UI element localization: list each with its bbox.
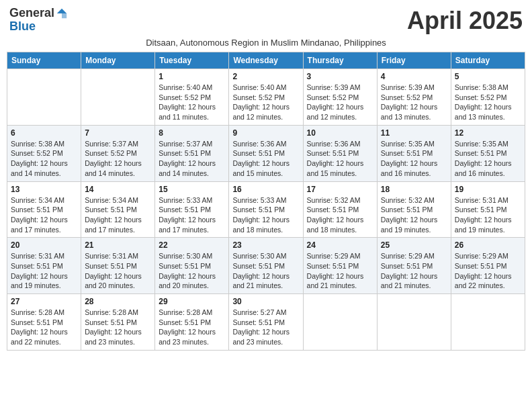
day-info: Sunrise: 5:36 AMSunset: 5:51 PMDaylight:… — [307, 139, 373, 179]
day-number: 13 — [11, 185, 77, 194]
day-number: 18 — [381, 185, 447, 194]
day-number: 17 — [307, 185, 373, 194]
calendar-week-row: 20Sunrise: 5:31 AMSunset: 5:51 PMDayligh… — [7, 238, 525, 294]
weekday-header: Saturday — [451, 52, 525, 69]
calendar-cell: 6Sunrise: 5:38 AMSunset: 5:52 PMDaylight… — [7, 125, 81, 181]
calendar-cell: 27Sunrise: 5:28 AMSunset: 5:51 PMDayligh… — [7, 294, 81, 351]
day-info: Sunrise: 5:37 AMSunset: 5:52 PMDaylight:… — [85, 139, 151, 179]
day-info: Sunrise: 5:28 AMSunset: 5:51 PMDaylight:… — [11, 308, 77, 347]
day-number: 3 — [307, 72, 373, 81]
day-info: Sunrise: 5:40 AMSunset: 5:52 PMDaylight:… — [232, 83, 299, 122]
calendar-cell: 17Sunrise: 5:32 AMSunset: 5:51 PMDayligh… — [303, 181, 377, 238]
day-number: 14 — [85, 185, 151, 194]
month-title: April 2025 — [407, 7, 523, 35]
day-info: Sunrise: 5:33 AMSunset: 5:51 PMDaylight:… — [159, 195, 225, 235]
calendar-cell: 25Sunrise: 5:29 AMSunset: 5:51 PMDayligh… — [377, 238, 451, 294]
calendar-cell: 16Sunrise: 5:33 AMSunset: 5:51 PMDayligh… — [229, 181, 303, 238]
day-info: Sunrise: 5:36 AMSunset: 5:51 PMDaylight:… — [232, 139, 299, 179]
day-info: Sunrise: 5:28 AMSunset: 5:51 PMDaylight:… — [85, 308, 151, 347]
weekday-header-row: SundayMondayTuesdayWednesdayThursdayFrid… — [7, 52, 525, 69]
calendar-cell — [377, 294, 451, 351]
day-number: 28 — [85, 297, 151, 306]
calendar-cell: 14Sunrise: 5:34 AMSunset: 5:51 PMDayligh… — [81, 181, 155, 238]
calendar-cell: 23Sunrise: 5:30 AMSunset: 5:51 PMDayligh… — [229, 238, 303, 294]
day-number: 25 — [381, 240, 447, 250]
day-number: 30 — [232, 297, 299, 306]
day-number: 12 — [455, 128, 521, 138]
day-number: 21 — [85, 240, 151, 250]
calendar-cell: 8Sunrise: 5:37 AMSunset: 5:51 PMDaylight… — [155, 125, 229, 181]
day-info: Sunrise: 5:32 AMSunset: 5:51 PMDaylight:… — [381, 195, 447, 235]
weekday-header: Tuesday — [155, 52, 229, 69]
day-number: 6 — [11, 128, 77, 138]
calendar-cell: 21Sunrise: 5:31 AMSunset: 5:51 PMDayligh… — [81, 238, 155, 294]
calendar-cell: 4Sunrise: 5:39 AMSunset: 5:52 PMDaylight… — [377, 69, 451, 126]
day-info: Sunrise: 5:29 AMSunset: 5:51 PMDaylight:… — [381, 251, 447, 291]
weekday-header: Thursday — [303, 52, 377, 69]
day-info: Sunrise: 5:31 AMSunset: 5:51 PMDaylight:… — [85, 251, 151, 291]
day-number: 16 — [232, 185, 299, 194]
calendar-cell: 18Sunrise: 5:32 AMSunset: 5:51 PMDayligh… — [377, 181, 451, 238]
weekday-header: Friday — [377, 52, 451, 69]
calendar-cell: 20Sunrise: 5:31 AMSunset: 5:51 PMDayligh… — [7, 238, 81, 294]
weekday-header: Sunday — [7, 52, 81, 69]
calendar-subtitle: Ditsaan, Autonomous Region in Muslim Min… — [7, 38, 525, 48]
logo: General Blue — [9, 7, 68, 34]
day-info: Sunrise: 5:40 AMSunset: 5:52 PMDaylight:… — [159, 83, 225, 122]
day-number: 10 — [307, 128, 373, 138]
day-number: 26 — [455, 240, 521, 250]
day-info: Sunrise: 5:35 AMSunset: 5:51 PMDaylight:… — [381, 139, 447, 179]
calendar-cell: 3Sunrise: 5:39 AMSunset: 5:52 PMDaylight… — [303, 69, 377, 126]
day-info: Sunrise: 5:35 AMSunset: 5:51 PMDaylight:… — [455, 139, 521, 179]
day-number: 9 — [232, 128, 299, 138]
calendar-cell: 12Sunrise: 5:35 AMSunset: 5:51 PMDayligh… — [451, 125, 525, 181]
calendar-cell: 30Sunrise: 5:27 AMSunset: 5:51 PMDayligh… — [229, 294, 303, 351]
day-number: 29 — [159, 297, 225, 306]
calendar-week-row: 13Sunrise: 5:34 AMSunset: 5:51 PMDayligh… — [7, 181, 525, 238]
day-number: 15 — [159, 185, 225, 194]
calendar-cell: 9Sunrise: 5:36 AMSunset: 5:51 PMDaylight… — [229, 125, 303, 181]
calendar-cell: 7Sunrise: 5:37 AMSunset: 5:52 PMDaylight… — [81, 125, 155, 181]
day-number: 22 — [159, 240, 225, 250]
calendar-cell: 22Sunrise: 5:30 AMSunset: 5:51 PMDayligh… — [155, 238, 229, 294]
day-number: 4 — [381, 72, 447, 81]
day-info: Sunrise: 5:29 AMSunset: 5:51 PMDaylight:… — [307, 251, 373, 291]
calendar-cell — [7, 69, 81, 126]
day-info: Sunrise: 5:30 AMSunset: 5:51 PMDaylight:… — [159, 251, 225, 291]
day-info: Sunrise: 5:31 AMSunset: 5:51 PMDaylight:… — [11, 251, 77, 291]
day-info: Sunrise: 5:27 AMSunset: 5:51 PMDaylight:… — [232, 308, 299, 347]
day-info: Sunrise: 5:29 AMSunset: 5:51 PMDaylight:… — [455, 251, 521, 291]
weekday-header: Monday — [81, 52, 155, 69]
calendar-table: SundayMondayTuesdayWednesdayThursdayFrid… — [7, 52, 525, 351]
day-number: 24 — [307, 240, 373, 250]
day-info: Sunrise: 5:37 AMSunset: 5:51 PMDaylight:… — [159, 139, 225, 179]
calendar-cell: 15Sunrise: 5:33 AMSunset: 5:51 PMDayligh… — [155, 181, 229, 238]
day-number: 1 — [159, 72, 225, 81]
day-number: 23 — [232, 240, 299, 250]
header: General Blue April 2025 — [7, 7, 525, 35]
day-info: Sunrise: 5:32 AMSunset: 5:51 PMDaylight:… — [307, 195, 373, 235]
calendar-cell: 13Sunrise: 5:34 AMSunset: 5:51 PMDayligh… — [7, 181, 81, 238]
day-info: Sunrise: 5:28 AMSunset: 5:51 PMDaylight:… — [159, 308, 225, 347]
day-info: Sunrise: 5:39 AMSunset: 5:52 PMDaylight:… — [381, 83, 447, 122]
day-number: 2 — [232, 72, 299, 81]
day-number: 5 — [455, 72, 521, 81]
logo-icon — [56, 7, 68, 19]
calendar-cell: 29Sunrise: 5:28 AMSunset: 5:51 PMDayligh… — [155, 294, 229, 351]
day-info: Sunrise: 5:34 AMSunset: 5:51 PMDaylight:… — [85, 195, 151, 235]
day-info: Sunrise: 5:38 AMSunset: 5:52 PMDaylight:… — [455, 83, 521, 122]
day-info: Sunrise: 5:38 AMSunset: 5:52 PMDaylight:… — [11, 139, 77, 179]
calendar-cell — [303, 294, 377, 351]
weekday-header: Wednesday — [229, 52, 303, 69]
calendar-cell: 1Sunrise: 5:40 AMSunset: 5:52 PMDaylight… — [155, 69, 229, 126]
calendar-cell: 5Sunrise: 5:38 AMSunset: 5:52 PMDaylight… — [451, 69, 525, 126]
calendar-cell: 24Sunrise: 5:29 AMSunset: 5:51 PMDayligh… — [303, 238, 377, 294]
calendar-cell: 26Sunrise: 5:29 AMSunset: 5:51 PMDayligh… — [451, 238, 525, 294]
svg-marker-1 — [62, 13, 66, 18]
calendar-cell: 2Sunrise: 5:40 AMSunset: 5:52 PMDaylight… — [229, 69, 303, 126]
day-number: 7 — [85, 128, 151, 138]
day-info: Sunrise: 5:39 AMSunset: 5:52 PMDaylight:… — [307, 83, 373, 122]
calendar-cell — [451, 294, 525, 351]
day-info: Sunrise: 5:30 AMSunset: 5:51 PMDaylight:… — [232, 251, 299, 291]
day-info: Sunrise: 5:34 AMSunset: 5:51 PMDaylight:… — [11, 195, 77, 235]
